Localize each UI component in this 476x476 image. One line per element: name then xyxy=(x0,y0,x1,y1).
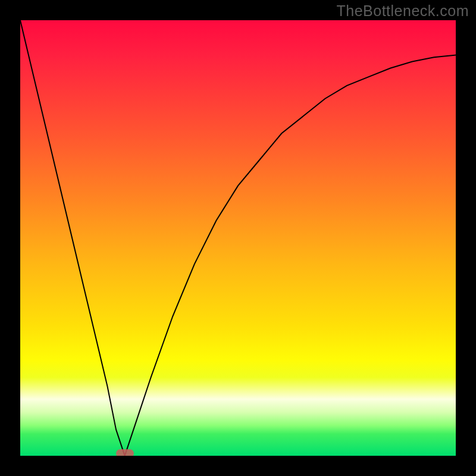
chart-frame: TheBottleneck.com xyxy=(0,0,476,476)
plot-area xyxy=(20,20,456,456)
minimum-marker xyxy=(116,449,134,456)
curve-path xyxy=(20,20,456,456)
watermark-text: TheBottleneck.com xyxy=(337,2,469,20)
curve-svg xyxy=(20,20,456,456)
